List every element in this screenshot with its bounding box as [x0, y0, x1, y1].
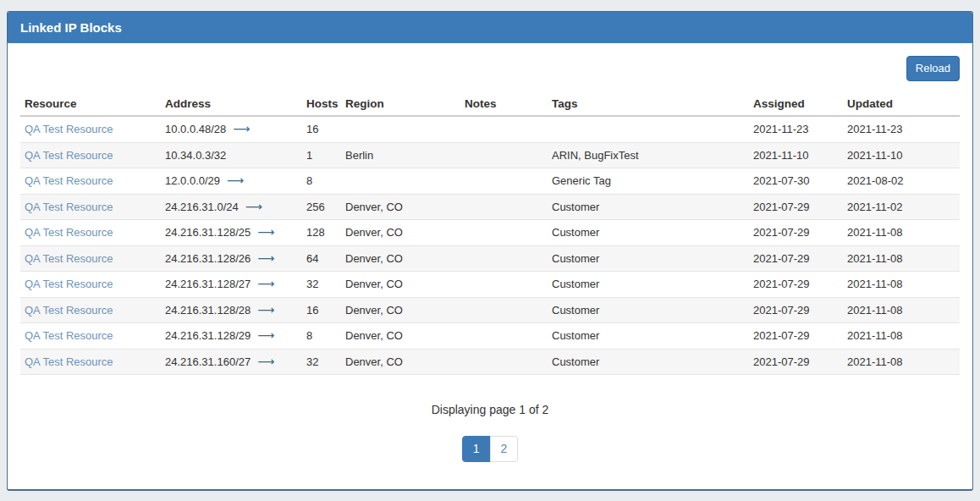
goto-block-arrow-icon[interactable]: ⟶: [257, 225, 274, 239]
pagination: 12: [20, 436, 960, 465]
tags-value: Customer: [548, 194, 749, 220]
notes-value: [460, 116, 548, 142]
updated-date: 2021-08-02: [843, 168, 960, 195]
assigned-date: 2021-07-29: [749, 323, 843, 350]
table-row: QA Test Resource10.34.0.3/321BerlinARIN,…: [20, 142, 960, 168]
goto-block-arrow-icon[interactable]: ⟶: [257, 355, 274, 368]
assigned-date: 2021-07-29: [749, 297, 843, 323]
column-header-assigned: Assigned: [749, 92, 843, 116]
table-row: QA Test Resource24.216.31.128/25⟶128Denv…: [20, 220, 960, 246]
tags-value: Customer: [548, 220, 749, 246]
region-value: Denver, CO: [341, 297, 460, 323]
table-row: QA Test Resource24.216.31.0/24⟶256Denver…: [20, 194, 960, 220]
notes-value: [460, 297, 548, 323]
region-value: Denver, CO: [341, 194, 460, 220]
notes-value: [460, 245, 548, 272]
updated-date: 2021-11-08: [843, 297, 960, 323]
resource-link[interactable]: QA Test Resource: [25, 329, 113, 342]
page-button-2[interactable]: 2: [490, 436, 519, 462]
table-row: QA Test Resource24.216.31.128/29⟶8Denver…: [20, 323, 960, 350]
hosts-value: 16: [302, 297, 341, 323]
tags-value: Customer: [548, 297, 749, 323]
column-header-tags: Tags: [548, 92, 749, 116]
updated-date: 2021-11-08: [843, 245, 960, 272]
assigned-date: 2021-11-10: [749, 142, 843, 168]
page-status: Displaying page 1 of 2: [20, 403, 960, 416]
goto-block-arrow-icon[interactable]: ⟶: [257, 328, 274, 342]
table-row: QA Test Resource24.216.31.128/26⟶64Denve…: [20, 245, 960, 272]
hosts-value: 16: [302, 116, 341, 142]
address-value: 24.216.31.128/29: [165, 329, 251, 342]
updated-date: 2021-11-08: [843, 349, 960, 375]
hosts-value: 256: [302, 194, 341, 220]
goto-block-arrow-icon[interactable]: ⟶: [257, 303, 274, 317]
notes-value: [460, 168, 548, 195]
region-value: Berlin: [341, 142, 460, 168]
assigned-date: 2021-07-29: [749, 272, 843, 298]
tags-value: Generic Tag: [548, 168, 749, 195]
linked-ip-blocks-panel: Linked IP Blocks Reload ResourceAddressH…: [7, 11, 973, 491]
goto-block-arrow-icon[interactable]: ⟶: [233, 122, 250, 135]
notes-value: [460, 142, 548, 168]
updated-date: 2021-11-23: [843, 116, 960, 142]
region-value: [341, 168, 460, 195]
ip-blocks-table: ResourceAddressHostsRegionNotesTagsAssig…: [20, 92, 960, 375]
column-header-notes: Notes: [460, 92, 548, 116]
tags-value: [548, 116, 749, 142]
column-header-region: Region: [341, 92, 460, 116]
resource-link[interactable]: QA Test Resource: [25, 123, 113, 135]
resource-link[interactable]: QA Test Resource: [25, 149, 113, 162]
notes-value: [460, 194, 548, 220]
address-value: 24.216.31.128/27: [165, 278, 251, 290]
region-value: Denver, CO: [341, 349, 460, 375]
table-header-row: ResourceAddressHostsRegionNotesTagsAssig…: [20, 92, 960, 116]
updated-date: 2021-11-02: [843, 194, 960, 220]
hosts-value: 8: [302, 168, 341, 195]
address-value: 24.216.31.128/26: [165, 252, 251, 265]
table-row: QA Test Resource12.0.0.0/29⟶8Generic Tag…: [20, 168, 960, 195]
table-row: QA Test Resource24.216.31.128/27⟶32Denve…: [20, 272, 960, 298]
resource-link[interactable]: QA Test Resource: [25, 201, 113, 213]
table-row: QA Test Resource10.0.0.48/28⟶162021-11-2…: [20, 116, 960, 142]
goto-block-arrow-icon[interactable]: ⟶: [257, 277, 274, 290]
column-header-hosts: Hosts: [302, 92, 341, 116]
goto-block-arrow-icon[interactable]: ⟶: [227, 173, 244, 187]
assigned-date: 2021-07-30: [749, 168, 843, 195]
region-value: Denver, CO: [341, 323, 460, 350]
hosts-value: 32: [302, 349, 341, 375]
panel-title: Linked IP Blocks: [8, 12, 972, 43]
region-value: Denver, CO: [341, 272, 460, 298]
goto-block-arrow-icon[interactable]: ⟶: [257, 251, 274, 265]
resource-link[interactable]: QA Test Resource: [25, 355, 113, 368]
page-button-1[interactable]: 1: [462, 436, 491, 462]
column-header-address: Address: [161, 92, 302, 116]
address-value: 24.216.31.0/24: [165, 201, 239, 213]
region-value: Denver, CO: [341, 220, 460, 246]
resource-link[interactable]: QA Test Resource: [25, 174, 113, 187]
notes-value: [460, 323, 548, 350]
resource-link[interactable]: QA Test Resource: [25, 252, 113, 265]
tags-value: Customer: [548, 245, 749, 272]
updated-date: 2021-11-08: [843, 220, 960, 246]
updated-date: 2021-11-10: [843, 142, 960, 168]
notes-value: [460, 220, 548, 246]
column-header-resource: Resource: [20, 92, 161, 116]
resource-link[interactable]: QA Test Resource: [25, 278, 113, 290]
assigned-date: 2021-07-29: [749, 220, 843, 246]
resource-link[interactable]: QA Test Resource: [25, 304, 113, 317]
hosts-value: 8: [302, 323, 341, 350]
address-value: 24.216.31.160/27: [165, 355, 251, 368]
goto-block-arrow-icon[interactable]: ⟶: [245, 200, 262, 213]
reload-button[interactable]: Reload: [906, 56, 960, 81]
assigned-date: 2021-07-29: [749, 349, 843, 375]
table-row: QA Test Resource24.216.31.160/27⟶32Denve…: [20, 349, 960, 375]
address-value: 10.34.0.3/32: [165, 149, 226, 162]
hosts-value: 1: [302, 142, 341, 168]
tags-value: ARIN, BugFixTest: [548, 142, 749, 168]
assigned-date: 2021-11-23: [749, 116, 843, 142]
updated-date: 2021-11-08: [843, 272, 960, 298]
assigned-date: 2021-07-29: [749, 194, 843, 220]
address-value: 10.0.0.48/28: [165, 123, 226, 135]
resource-link[interactable]: QA Test Resource: [25, 226, 113, 239]
region-value: Denver, CO: [341, 245, 460, 272]
